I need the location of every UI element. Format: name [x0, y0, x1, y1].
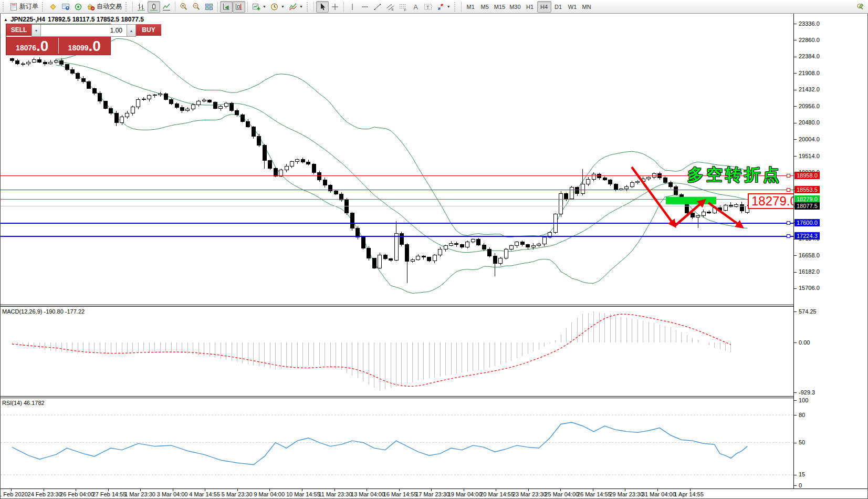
time-axis-tick: [528, 489, 529, 491]
sell-button[interactable]: SELL: [6, 24, 32, 37]
text-button[interactable]: A: [409, 1, 422, 13]
level-price-badge: 18958.0: [794, 172, 820, 179]
bull-candle: [279, 170, 283, 176]
bear-candle: [98, 93, 102, 101]
dropdown-arrow-icon[interactable]: ▼: [447, 5, 451, 8]
buy-price[interactable]: 18099 .0: [59, 37, 111, 55]
text-label-icon: T: [424, 3, 432, 11]
line-end-marker[interactable]: [787, 189, 790, 192]
svg-text:F: F: [404, 8, 406, 11]
price-axis-tick: 15706.0: [799, 285, 820, 291]
timeframe-w1-button[interactable]: W1: [566, 1, 580, 13]
indicators-button[interactable]: ▼: [287, 1, 305, 13]
price-axis-tick: 16182.0: [799, 268, 820, 275]
arrows-button[interactable]: ▼: [434, 1, 453, 13]
collapse-trade-panel-icon[interactable]: ▲: [4, 17, 8, 22]
equidistant-channel-button[interactable]: E: [384, 1, 396, 13]
timeframe-m1-button[interactable]: M1: [464, 1, 478, 13]
vertical-line-button[interactable]: [346, 1, 359, 13]
buy-button[interactable]: BUY: [136, 24, 161, 37]
bull-candle: [466, 242, 469, 247]
bear-candle: [455, 244, 458, 245]
volume-input[interactable]: [41, 24, 127, 37]
auto-scroll-button[interactable]: [220, 1, 233, 13]
main-chart-canvas[interactable]: [1, 14, 793, 305]
price-axis-tick: 19514.0: [799, 153, 820, 159]
tile-windows-button[interactable]: [203, 1, 215, 13]
bear-candle: [180, 107, 184, 110]
text-icon: A: [411, 3, 420, 11]
zoom-in-button[interactable]: [177, 1, 190, 13]
text-label-button[interactable]: T: [422, 1, 434, 13]
time-axis-tick: [464, 489, 464, 491]
macd-panel[interactable]: MACD(12,26,9) -190.80 -177.22: [1, 307, 867, 396]
bar-chart-button[interactable]: [135, 1, 148, 13]
profiles-button[interactable]: [59, 1, 72, 13]
bull-candle: [592, 174, 595, 180]
bear-candle: [361, 237, 365, 248]
timeframe-m5-button[interactable]: M5: [478, 1, 492, 13]
crosshair-button[interactable]: [329, 1, 341, 13]
line-end-marker[interactable]: [787, 222, 790, 225]
line-chart-button[interactable]: [160, 1, 173, 13]
line-end-marker[interactable]: [787, 235, 790, 238]
main-chart-panel[interactable]: ▲ JPN225-,H4 17892.5 18117.5 17852.5 180…: [1, 14, 867, 305]
bull-candle: [537, 244, 541, 245]
time-axis-label: 1 Mar 23:30: [124, 491, 155, 497]
axis-tick-mark: [794, 485, 797, 486]
timeframe-d1-button[interactable]: D1: [551, 1, 566, 13]
volume-increase-button[interactable]: ▲: [127, 24, 136, 37]
bull-candle: [581, 184, 584, 194]
timeframe-mn-button[interactable]: MN: [580, 1, 594, 13]
bear-candle: [103, 101, 107, 109]
line-end-marker[interactable]: [787, 174, 790, 178]
panel-separator[interactable]: [1, 396, 867, 398]
svg-text:T: T: [426, 4, 430, 9]
panel-separator[interactable]: [1, 305, 867, 307]
bull-candle: [54, 60, 58, 62]
bear-candle: [274, 168, 277, 176]
navigator-button[interactable]: [72, 1, 85, 13]
indicators-icon: [289, 3, 297, 11]
fibonacci-button[interactable]: F: [396, 1, 409, 13]
layouts-button[interactable]: [47, 1, 59, 13]
price-axis-tick: 20004.0: [799, 136, 820, 142]
bull-candle: [531, 245, 535, 247]
symbol-search-button[interactable]: [854, 1, 867, 13]
timeframe-h4-button[interactable]: H4: [537, 1, 551, 13]
new-chart-button[interactable]: ▼: [250, 1, 268, 13]
bear-candle: [427, 257, 431, 261]
timeframe-m30-button[interactable]: M30: [507, 1, 522, 13]
horizontal-line-button[interactable]: [359, 1, 371, 13]
sell-price[interactable]: 18076 .0: [6, 37, 58, 55]
new-order-button[interactable]: 新订单: [7, 1, 40, 13]
price-label-box[interactable]: 18279.0: [748, 193, 801, 209]
buy-price-pip: .0: [89, 39, 101, 54]
chart-shift-button[interactable]: [233, 1, 245, 13]
bear-candle: [707, 212, 711, 213]
dropdown-arrow-icon[interactable]: ▼: [263, 5, 266, 8]
periods-button[interactable]: ▼: [268, 1, 287, 13]
red-arrow[interactable]: [675, 201, 704, 226]
trendline-button[interactable]: [371, 1, 384, 13]
candlestick-chart-button[interactable]: [148, 1, 160, 13]
rsi-panel[interactable]: RSI(14) 46.1782: [1, 398, 867, 488]
timeframe-m15-button[interactable]: M15: [492, 1, 507, 13]
time-axis-label: 11 Mar 23:30: [319, 491, 352, 497]
timeframe-h1-button[interactable]: H1: [523, 1, 537, 13]
dropdown-arrow-icon[interactable]: ▼: [281, 5, 285, 8]
time-axis-tick: [44, 489, 44, 491]
axis-tick-mark: [794, 73, 797, 74]
toolbar-separator: [461, 2, 462, 12]
zoom-out-button[interactable]: [190, 1, 203, 13]
bear-candle: [170, 99, 173, 103]
cursor-button[interactable]: [316, 1, 329, 13]
annotation-text[interactable]: 多空转折点: [687, 164, 782, 186]
autotrade-button[interactable]: 自动交易: [85, 1, 124, 13]
dropdown-arrow-icon[interactable]: ▼: [299, 5, 303, 8]
toolbar-drag-handle: [454, 2, 457, 12]
axis-tick-mark: [794, 123, 797, 123]
new-order-icon: [9, 3, 18, 11]
bull-candle: [296, 159, 299, 162]
volume-decrease-button[interactable]: ▼: [32, 24, 41, 37]
